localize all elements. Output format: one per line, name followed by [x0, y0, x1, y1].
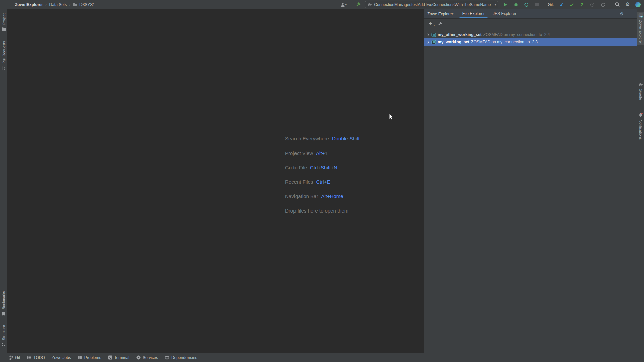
statusbar-item-services[interactable]: Services	[136, 355, 158, 360]
dependencies-layers-icon	[165, 355, 169, 360]
statusbar-item-problems[interactable]: Problems	[78, 355, 101, 360]
tab-file-explorer[interactable]: File Explorer	[460, 9, 487, 19]
stripe-label: Bookmarks	[2, 291, 6, 309]
gradle-elephant-icon	[638, 83, 643, 86]
chevron-right-icon[interactable]	[427, 33, 430, 36]
search-everywhere-button[interactable]	[614, 1, 621, 8]
folder-icon	[73, 3, 78, 7]
settings-wrench-button[interactable]	[438, 21, 443, 26]
stripe-label: Zowe Explorer	[639, 20, 643, 44]
stripe-button-structure[interactable]: Structure	[0, 324, 7, 348]
todo-list-icon	[27, 356, 31, 359]
tool-window-header: Zowe Explorer: File Explorer JES Explore…	[424, 9, 637, 19]
working-set-icon	[431, 40, 436, 44]
breadcrumb-item-d3sys1[interactable]: D3SYS1	[73, 2, 95, 7]
chevron-right-icon[interactable]	[427, 41, 430, 44]
history-clock-button	[589, 1, 596, 8]
tool-window-toolbar: +▾	[424, 19, 637, 29]
profile-gem-button[interactable]	[635, 1, 641, 8]
git-branch-icon	[9, 355, 13, 360]
stripe-label: Structure	[2, 325, 6, 340]
stripe-label: Notifications	[639, 120, 643, 140]
problems-icon	[78, 355, 82, 360]
working-set-icon	[431, 33, 436, 37]
toolbar-separator	[351, 2, 351, 7]
git-label: Git:	[548, 2, 554, 7]
settings-gear-button[interactable]: ⚙	[624, 1, 631, 8]
run-configuration-select[interactable]: ConnectionManager.testAddTwoConnectionsW…	[365, 1, 498, 8]
statusbar-item-git[interactable]: Git	[9, 355, 20, 360]
right-tool-stripe: Z Zowe Explorer Gradle Notifications	[637, 9, 644, 353]
tree-row-working-set[interactable]: my_working_set ZOSMFAD on my_connection_…	[424, 38, 637, 46]
toolbar-actions: ▾ ConnectionManager.testAddTwoConnection…	[340, 1, 644, 8]
shortcut-hint-row: Search EverywhereDouble Shift	[285, 131, 360, 146]
stripe-button-zowe-explorer[interactable]: Z Zowe Explorer	[637, 12, 644, 45]
bookmark-icon	[2, 312, 6, 316]
toolbar-separator	[544, 2, 544, 7]
zowe-tool-window: Zowe Explorer: File Explorer JES Explore…	[424, 9, 637, 353]
empty-editor-shortcut-hints: Search EverywhereDouble Shift Project Vi…	[285, 131, 360, 218]
breadcrumb-separator: ›	[45, 2, 47, 7]
shortcut-hint-row: Recent FilesCtrl+E	[285, 175, 360, 189]
main-toolbar: Zowe Explorer › Data Sets › D3SYS1 ▾ Con…	[0, 0, 644, 9]
tree-row-other-working-set[interactable]: my_other_working_set ZOSMFAD on my_conne…	[424, 31, 637, 38]
ide-window: { "topbar": { "breadcrumb": ["Zowe Explo…	[0, 0, 644, 362]
git-push-button[interactable]	[579, 1, 585, 8]
gradle-icon	[367, 3, 372, 6]
navigation-breadcrumb: Zowe Explorer › Data Sets › D3SYS1	[15, 2, 95, 7]
pull-request-icon	[2, 66, 6, 70]
caret-down-icon: ▾	[345, 3, 347, 6]
caret-down-icon: ▾	[495, 3, 496, 6]
statusbar-item-terminal[interactable]: Terminal	[108, 355, 129, 360]
tool-window-title: Zowe Explorer:	[427, 12, 454, 16]
shortcut-hint-row: Drop files here to open them	[285, 203, 360, 218]
git-commit-button[interactable]	[568, 1, 575, 8]
folder-icon	[2, 27, 6, 31]
plus-icon: +	[428, 21, 433, 27]
add-button[interactable]: +▾	[428, 21, 433, 26]
stripe-label: Gradle	[639, 89, 643, 100]
run-button[interactable]	[502, 1, 509, 8]
services-icon	[136, 355, 141, 360]
stripe-label: Project	[2, 13, 6, 25]
gear-icon: ⚙	[625, 2, 630, 7]
stripe-button-bookmarks[interactable]: Bookmarks	[0, 290, 7, 317]
shortcut-hint-row: Project ViewAlt+1	[285, 146, 360, 160]
git-update-button[interactable]	[558, 1, 565, 8]
tool-window-header-actions: ⚙ —	[620, 12, 637, 16]
mouse-cursor	[389, 113, 395, 121]
status-bar: Git TODO Zowe Jobs Problems Terminal Ser…	[0, 353, 644, 362]
gem-icon	[635, 1, 641, 7]
zowe-icon: Z	[638, 13, 643, 18]
code-with-me-users-button[interactable]: ▾	[340, 1, 347, 8]
breadcrumb-separator: ›	[69, 2, 71, 7]
build-hammer-button[interactable]	[355, 1, 361, 8]
shortcut-hint-row: Navigation BarAlt+Home	[285, 189, 360, 203]
stripe-button-notifications[interactable]: Notifications	[637, 111, 644, 141]
toolbar-separator	[610, 2, 610, 7]
left-tool-stripe: Project Pull Requests Bookmarks Structur…	[0, 9, 7, 353]
rollback-button	[599, 1, 606, 8]
tool-window-gear-icon[interactable]: ⚙	[620, 12, 624, 16]
debug-button[interactable]	[513, 1, 519, 8]
stripe-button-project[interactable]: Project	[0, 12, 7, 32]
statusbar-item-todo[interactable]: TODO	[27, 355, 45, 360]
statusbar-item-dependencies[interactable]: Dependencies	[165, 355, 197, 360]
caret-down-icon: ▾	[434, 24, 435, 27]
stop-icon	[535, 3, 539, 6]
breadcrumb-item-zowe-explorer[interactable]: Zowe Explorer	[15, 2, 43, 7]
stripe-label: Pull Requests	[2, 41, 6, 64]
terminal-icon	[108, 355, 112, 360]
minimize-icon[interactable]: —	[628, 12, 632, 16]
svg-text:Z: Z	[639, 16, 642, 18]
shortcut-hint-row: Go to FileCtrl+Shift+N	[285, 160, 360, 175]
stripe-button-gradle[interactable]: Gradle	[637, 81, 644, 101]
statusbar-item-zowe-jobs[interactable]: Zowe Jobs	[52, 355, 71, 360]
breadcrumb-item-data-sets[interactable]: Data Sets	[49, 2, 67, 7]
notification-bell-icon	[638, 113, 643, 117]
run-configuration-name: ConnectionManager.testAddTwoConnectionsW…	[374, 2, 491, 7]
run-with-coverage-button[interactable]	[523, 1, 530, 8]
working-set-tree: my_other_working_set ZOSMFAD on my_conne…	[424, 29, 637, 46]
tab-jes-explorer[interactable]: JES Explorer	[490, 9, 519, 19]
stripe-button-pull-requests[interactable]: Pull Requests	[0, 40, 7, 72]
